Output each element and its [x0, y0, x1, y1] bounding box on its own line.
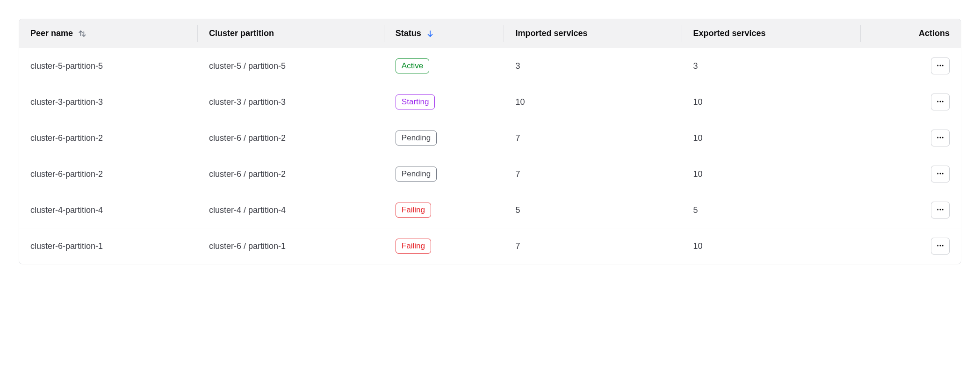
column-header-imported[interactable]: Imported services	[504, 19, 682, 48]
cell-exported-services: 10	[682, 156, 861, 192]
row-actions-button[interactable]	[931, 58, 950, 74]
svg-point-6	[942, 101, 944, 102]
more-horizontal-icon	[936, 97, 944, 107]
svg-point-15	[942, 209, 944, 210]
svg-point-2	[940, 65, 941, 66]
cell-cluster-partition: cluster-3 / partition-3	[198, 84, 384, 120]
cell-status: Starting	[384, 84, 504, 120]
cell-cluster-partition: cluster-6 / partition-2	[198, 120, 384, 156]
cell-cluster-partition: cluster-6 / partition-1	[198, 228, 384, 264]
more-horizontal-icon	[936, 133, 944, 143]
cell-imported-services: 5	[504, 192, 682, 228]
cell-peer-name: cluster-4-partition-4	[19, 192, 198, 228]
cell-imported-services: 10	[504, 84, 682, 120]
cell-status: Pending	[384, 120, 504, 156]
status-badge: Pending	[396, 167, 437, 182]
row-actions-button[interactable]	[931, 238, 950, 254]
cell-imported-services: 7	[504, 228, 682, 264]
peers-table: Peer name Cluster partition	[19, 19, 961, 264]
svg-point-3	[942, 65, 944, 66]
cell-exported-services: 10	[682, 228, 861, 264]
cell-peer-name: cluster-5-partition-5	[19, 48, 198, 84]
cell-peer-name: cluster-3-partition-3	[19, 84, 198, 120]
more-horizontal-icon	[936, 205, 944, 215]
table-row: cluster-3-partition-3cluster-3 / partiti…	[19, 84, 961, 120]
cell-cluster-partition: cluster-5 / partition-5	[198, 48, 384, 84]
svg-point-18	[942, 245, 944, 246]
column-header-label: Imported services	[515, 29, 587, 38]
cell-peer-name: cluster-6-partition-2	[19, 120, 198, 156]
table-row: cluster-4-partition-4cluster-4 / partiti…	[19, 192, 961, 228]
svg-point-7	[937, 137, 938, 138]
row-actions-button[interactable]	[931, 130, 950, 146]
column-header-label: Status	[396, 29, 421, 38]
peers-table-container: Peer name Cluster partition	[19, 19, 961, 264]
svg-point-16	[937, 245, 938, 246]
svg-point-1	[937, 65, 938, 66]
column-header-label: Peer name	[30, 29, 73, 38]
row-actions-button[interactable]	[931, 94, 950, 110]
svg-point-14	[940, 209, 941, 210]
status-badge: Starting	[396, 94, 435, 109]
cell-exported-services: 10	[682, 120, 861, 156]
sort-swap-icon	[78, 29, 87, 38]
cell-imported-services: 7	[504, 120, 682, 156]
row-actions-button[interactable]	[931, 202, 950, 218]
cell-peer-name: cluster-6-partition-2	[19, 156, 198, 192]
svg-point-9	[942, 137, 944, 138]
cell-actions	[861, 192, 961, 228]
column-header-label: Actions	[919, 29, 950, 38]
svg-point-5	[940, 101, 941, 102]
svg-point-13	[937, 209, 938, 210]
status-badge: Active	[396, 58, 429, 73]
cell-status: Active	[384, 48, 504, 84]
cell-exported-services: 5	[682, 192, 861, 228]
cell-actions	[861, 84, 961, 120]
table-row: cluster-6-partition-1cluster-6 / partiti…	[19, 228, 961, 264]
cell-status: Failing	[384, 228, 504, 264]
svg-point-10	[937, 173, 938, 174]
cell-cluster-partition: cluster-6 / partition-2	[198, 156, 384, 192]
svg-point-8	[940, 137, 941, 138]
table-row: cluster-6-partition-2cluster-6 / partiti…	[19, 120, 961, 156]
table-row: cluster-5-partition-5cluster-5 / partiti…	[19, 48, 961, 84]
svg-point-12	[942, 173, 944, 174]
cell-peer-name: cluster-6-partition-1	[19, 228, 198, 264]
more-horizontal-icon	[936, 241, 944, 251]
more-horizontal-icon	[936, 169, 944, 179]
status-badge: Pending	[396, 131, 437, 145]
arrow-down-icon	[426, 29, 434, 38]
column-header-peer-name[interactable]: Peer name	[19, 19, 198, 48]
table-header-row: Peer name Cluster partition	[19, 19, 961, 48]
row-actions-button[interactable]	[931, 166, 950, 182]
cell-actions	[861, 48, 961, 84]
status-badge: Failing	[396, 203, 431, 218]
cell-status: Pending	[384, 156, 504, 192]
column-header-exported[interactable]: Exported services	[682, 19, 861, 48]
more-horizontal-icon	[936, 61, 944, 71]
svg-point-17	[940, 245, 941, 246]
svg-point-4	[937, 101, 938, 102]
cell-actions	[861, 156, 961, 192]
column-header-label: Cluster partition	[209, 29, 274, 38]
cell-exported-services: 10	[682, 84, 861, 120]
cell-exported-services: 3	[682, 48, 861, 84]
svg-point-11	[940, 173, 941, 174]
cell-actions	[861, 228, 961, 264]
cell-imported-services: 7	[504, 156, 682, 192]
column-header-status[interactable]: Status	[384, 19, 504, 48]
cell-imported-services: 3	[504, 48, 682, 84]
cell-actions	[861, 120, 961, 156]
cell-cluster-partition: cluster-4 / partition-4	[198, 192, 384, 228]
status-badge: Failing	[396, 239, 431, 254]
cell-status: Failing	[384, 192, 504, 228]
table-row: cluster-6-partition-2cluster-6 / partiti…	[19, 156, 961, 192]
column-header-actions: Actions	[861, 19, 961, 48]
column-header-cluster-partition[interactable]: Cluster partition	[198, 19, 384, 48]
column-header-label: Exported services	[693, 29, 766, 38]
